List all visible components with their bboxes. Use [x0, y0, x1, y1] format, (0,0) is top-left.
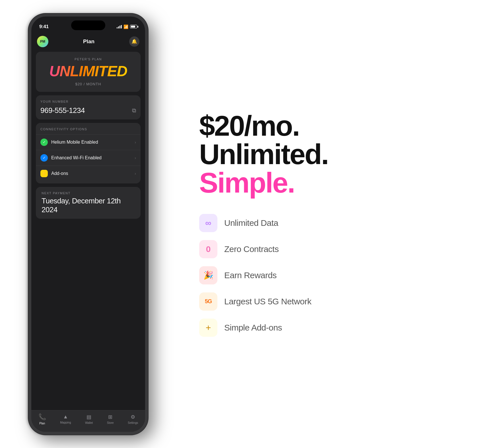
plus-icon: +	[206, 323, 211, 332]
copy-icon[interactable]: ⧉	[132, 107, 136, 114]
enhanced-wifi-item[interactable]: ✓ Enhanced Wi-Fi Enabled ›	[36, 150, 141, 166]
nav-mapping[interactable]: ▲ Mapping	[60, 414, 71, 424]
app-header: PM Plan 🔔	[31, 32, 145, 52]
payment-label: NEXT PAYMENT	[42, 191, 135, 195]
headline-block: $20/mo. Unlimited. Simple.	[199, 112, 471, 197]
headline-simple: Simple.	[199, 168, 471, 197]
zero-icon: 0	[206, 244, 211, 254]
settings-nav-label: Settings	[128, 421, 138, 424]
plan-card: PETER'S PLAN UNLIMITED $20 / MONTH	[36, 52, 141, 92]
signal-bars-icon	[117, 25, 122, 28]
bell-button[interactable]: 🔔	[129, 36, 139, 47]
earn-rewards-icon-wrap: 🎉	[199, 266, 217, 284]
connectivity-label: CONNECTIVITY OPTIONS	[36, 125, 141, 134]
feature-zero-contracts: 0 Zero Contracts	[199, 240, 471, 258]
connectivity-card: CONNECTIVITY OPTIONS ✓ Helium Mobile Ena…	[36, 123, 141, 183]
unlimited-data-label: Unlimited Data	[224, 218, 278, 228]
wifi-check-icon: ✓	[40, 154, 48, 162]
screen-content[interactable]: PETER'S PLAN UNLIMITED $20 / MONTH YOUR …	[31, 52, 145, 410]
payment-date: Tuesday, December 12th 2024	[42, 197, 135, 214]
right-section: $20/mo. Unlimited. Simple. ∞ Unlimited D…	[176, 89, 488, 360]
nav-plan[interactable]: 📞 Plan	[38, 413, 46, 425]
feature-simple-addons: + Simple Add-ons	[199, 319, 471, 337]
mapping-nav-icon: ▲	[63, 414, 68, 420]
helium-chevron-icon: ›	[135, 140, 136, 144]
features-list: ∞ Unlimited Data 0 Zero Contracts 🎉 Earn…	[199, 214, 471, 337]
addons-label: Add-ons	[51, 171, 68, 176]
5g-icon: 5G	[205, 298, 212, 305]
phone-number: 969-555-1234	[40, 106, 85, 115]
party-icon: 🎉	[203, 271, 213, 280]
feature-earn-rewards: 🎉 Earn Rewards	[199, 266, 471, 284]
5g-icon-wrap: 5G	[199, 292, 217, 311]
wallet-nav-icon: ▤	[87, 414, 91, 420]
phone-section: 9:41 📶 PM Plan	[0, 0, 176, 448]
wifi-icon: 📶	[123, 24, 128, 29]
nav-store[interactable]: ⊞ Store	[107, 414, 114, 424]
plan-nav-label: Plan	[39, 422, 45, 425]
phone-screen: 9:41 📶 PM Plan	[31, 16, 145, 432]
helium-mobile-icon: ✓	[40, 139, 48, 146]
settings-nav-icon: ⚙	[131, 414, 135, 420]
plan-label: PETER'S PLAN	[42, 57, 135, 61]
status-icons: 📶	[117, 24, 137, 29]
phone-number-row: 969-555-1234 ⧉	[40, 106, 136, 115]
nav-settings[interactable]: ⚙ Settings	[128, 414, 138, 424]
nav-wallet[interactable]: ▤ Wallet	[85, 414, 93, 424]
store-nav-icon: ⊞	[108, 414, 112, 420]
enhanced-wifi-label: Enhanced Wi-Fi Enabled	[51, 155, 102, 160]
payment-card: NEXT PAYMENT Tuesday, December 12th 2024	[36, 187, 141, 219]
your-number-label: YOUR NUMBER	[40, 100, 136, 103]
zero-contracts-label: Zero Contracts	[224, 244, 279, 254]
headline-unlimited: Unlimited.	[199, 140, 471, 168]
store-nav-label: Store	[107, 421, 114, 424]
battery-icon	[130, 25, 137, 28]
headline-price: $20/mo.	[199, 112, 471, 140]
infinity-icon: ∞	[205, 218, 211, 228]
wifi-chevron-icon: ›	[135, 156, 136, 160]
simple-addons-label: Simple Add-ons	[224, 323, 282, 333]
status-time: 9:41	[39, 24, 49, 30]
feature-unlimited-data: ∞ Unlimited Data	[199, 214, 471, 232]
helium-mobile-item[interactable]: ✓ Helium Mobile Enabled ›	[36, 134, 141, 150]
page-title: Plan	[83, 38, 94, 45]
wallet-nav-label: Wallet	[85, 421, 93, 424]
avatar[interactable]: PM	[37, 36, 48, 47]
number-card: YOUR NUMBER 969-555-1234 ⧉	[36, 95, 141, 119]
zero-contracts-icon-wrap: 0	[199, 240, 217, 258]
addons-item[interactable]: ⚡ Add-ons ›	[36, 166, 141, 181]
unlimited-text: UNLIMITED	[42, 64, 135, 79]
addons-icon: ⚡	[40, 170, 48, 177]
simple-addons-icon-wrap: +	[199, 319, 217, 337]
bell-icon: 🔔	[131, 39, 137, 44]
helium-mobile-label: Helium Mobile Enabled	[51, 140, 98, 145]
phone-frame: 9:41 📶 PM Plan	[28, 14, 148, 435]
dynamic-island	[71, 20, 105, 30]
addons-chevron-icon: ›	[135, 171, 136, 176]
feature-5g-network: 5G Largest US 5G Network	[199, 292, 471, 311]
plan-price: $20 / MONTH	[42, 82, 135, 86]
earn-rewards-label: Earn Rewards	[224, 271, 277, 280]
5g-network-label: Largest US 5G Network	[224, 297, 311, 306]
unlimited-data-icon-wrap: ∞	[199, 214, 217, 232]
bottom-nav: 📞 Plan ▲ Mapping ▤ Wallet ⊞ Store ⚙ S	[31, 410, 145, 432]
plan-nav-icon: 📞	[38, 413, 46, 421]
mapping-nav-label: Mapping	[60, 421, 71, 424]
